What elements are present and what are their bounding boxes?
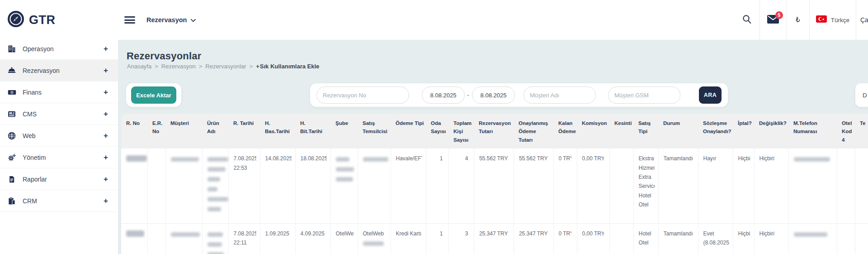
column-header: İptal?	[733, 114, 754, 149]
table-cell: 1	[426, 223, 448, 254]
sidebar-item-cms[interactable]: CMS+	[0, 103, 118, 125]
table-cell: 14.08.2025	[260, 149, 295, 223]
cell-text: Otel	[639, 200, 655, 209]
sidebar-item-label: Raporlar	[23, 176, 104, 183]
hamburger-menu-icon[interactable]	[124, 14, 135, 25]
cell-text: OtelWeb	[363, 229, 387, 238]
topbar-truncated-item[interactable]: Ça	[856, 0, 868, 40]
table-cell: OtelWeb	[330, 223, 358, 254]
redacted-text	[336, 157, 349, 162]
currency-button[interactable]: ₺	[787, 0, 809, 40]
sidebar-item-operasyon[interactable]: Operasyon+	[0, 38, 118, 60]
sidebar-item-label: Finans	[23, 89, 104, 96]
expand-plus-icon[interactable]: +	[104, 196, 110, 206]
cell-text: Hiçbiri	[760, 229, 785, 238]
lira-icon: ₺	[796, 16, 800, 24]
cell-text: 25.347 TRY	[479, 229, 508, 238]
redacted-text	[126, 155, 147, 162]
column-header: Rezervasyon Tutarı	[474, 114, 514, 149]
table-cell: 7.08.202522:53	[228, 149, 260, 223]
sidebar-item-web[interactable]: Web+	[0, 125, 118, 147]
sidebar-item-rezervasyon[interactable]: Rezervasyon+	[0, 60, 118, 81]
customer-name-input[interactable]	[524, 86, 596, 104]
table-cell: 25.347 TRY	[474, 223, 514, 254]
customer-gsm-input[interactable]	[608, 86, 680, 104]
table-row[interactable]: 7.08.202522:111.09.20254.09.2025OtelWebO…	[121, 223, 868, 254]
cell-text: 3	[454, 229, 468, 238]
expand-plus-icon[interactable]: +	[104, 153, 110, 162]
turkish-flag-icon	[816, 15, 827, 24]
table-cell: 1	[426, 149, 448, 223]
expand-plus-icon[interactable]: +	[104, 110, 110, 119]
column-header: H. Bit.Tarihi	[295, 114, 330, 149]
redacted-text	[126, 230, 144, 237]
filter-bar: - ARA	[310, 83, 728, 107]
table-cell: Hiçbiri	[754, 149, 788, 223]
cell-text: 0 TRY	[559, 229, 571, 238]
table-cell	[788, 149, 837, 223]
breadcrumb-link[interactable]: Rezervasyon	[161, 63, 196, 70]
sidebar-item-crm[interactable]: CRM+	[0, 190, 118, 212]
newspaper-icon	[7, 109, 17, 119]
table-cell: 4	[448, 149, 474, 223]
breadcrumb: Anasayfa>Rezervasyon>Rezervasyonlar>+Sık…	[127, 63, 319, 70]
truncated-right-button[interactable]: D	[855, 83, 868, 107]
expand-plus-icon[interactable]: +	[104, 88, 110, 97]
brand-name: GTR	[29, 13, 56, 27]
cell-text: Hiçbiri	[738, 229, 750, 238]
search-icon	[742, 14, 751, 26]
expand-plus-icon[interactable]: +	[104, 175, 110, 184]
search-submit-button[interactable]: ARA	[699, 86, 722, 104]
expand-plus-icon[interactable]: +	[104, 44, 110, 53]
search-button[interactable]	[734, 0, 760, 40]
redacted-text	[171, 232, 200, 237]
language-selector[interactable]: Türkçe	[810, 0, 856, 40]
messages-button[interactable]: 5	[760, 0, 786, 40]
redacted-text	[208, 207, 221, 211]
date-from-input[interactable]	[422, 86, 465, 104]
sidebar-item-y-netim[interactable]: Yönetim+	[0, 147, 118, 168]
reservation-no-input[interactable]	[316, 86, 409, 104]
page-title: Rezervasyonlar	[127, 50, 201, 62]
expand-plus-icon[interactable]: +	[104, 66, 110, 75]
date-to-input[interactable]	[472, 86, 515, 104]
sidebar-item-label: CRM	[23, 197, 104, 205]
building-icon	[7, 44, 17, 54]
redacted-text	[363, 241, 384, 246]
topbar: Rezervasyon 5 ₺	[118, 0, 868, 40]
topbar-right: 5 ₺ Türkçe Ça	[734, 0, 868, 40]
table-cell	[837, 223, 855, 254]
table-cell: 0 TRY	[553, 223, 577, 254]
expand-plus-icon[interactable]: +	[104, 131, 110, 140]
module-dropdown[interactable]: Rezervasyon	[146, 16, 196, 24]
table-cell	[609, 223, 633, 254]
column-header: Ödeme Tipi	[391, 114, 426, 149]
sidebar-item-raporlar[interactable]: Raporlar+	[0, 168, 118, 190]
breadcrumb-add-favorites[interactable]: +Sık Kullanımlara Ekle	[256, 63, 319, 70]
column-header: Kalan Ödeme	[553, 114, 577, 149]
plus-icon: +	[256, 63, 259, 70]
table-cell	[165, 223, 202, 254]
column-header: Toplam Kişi Sayısı	[448, 114, 474, 149]
cell-text: Hiçbiri	[738, 154, 750, 163]
cell-text: OtelWeb	[336, 229, 354, 238]
breadcrumb-link[interactable]: Rezervasyonlar	[205, 63, 246, 70]
table-cell	[358, 149, 391, 223]
table-row[interactable]: 7.08.202522:5314.08.202518.08.2025Havale…	[121, 149, 868, 223]
chevron-down-icon	[191, 16, 196, 24]
table-cell: 0,00 TRY	[577, 149, 609, 223]
export-excel-button[interactable]: Excele Aktar	[131, 86, 176, 104]
table-cell: OtelWeb	[358, 223, 391, 254]
table-cell	[147, 223, 165, 254]
reservations-table: R. NoE.R. NoMüşteriÜrün AdıR. TarihiH. B…	[121, 114, 868, 254]
sidebar-item-finans[interactable]: Finans+	[0, 81, 118, 103]
table-cell: Hiçbiri	[754, 223, 788, 254]
breadcrumb-link[interactable]: Anasayfa	[127, 63, 151, 70]
cell-text: 4.09.2025	[301, 229, 327, 238]
logo[interactable]: GTR	[0, 0, 118, 40]
language-label: Türkçe	[831, 17, 849, 24]
cell-text: 4	[454, 154, 468, 163]
column-header: E.R. No	[147, 114, 165, 149]
redacted-text	[171, 157, 199, 162]
column-header: Şube	[330, 114, 358, 149]
